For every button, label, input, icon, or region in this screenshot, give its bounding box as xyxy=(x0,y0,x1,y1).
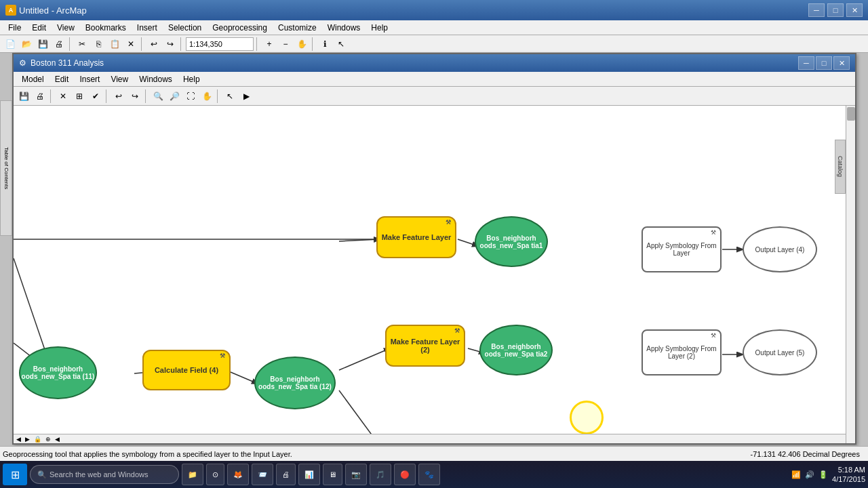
menu-view[interactable]: View xyxy=(52,22,80,34)
new-button[interactable]: 📄 xyxy=(3,37,18,52)
taskbar-search[interactable]: 🔍 Search the web and Windows xyxy=(30,465,179,484)
model-menu-windows[interactable]: Windows xyxy=(134,73,178,85)
node-bos11[interactable]: Bos_neighborh oods_new_Spa tia (11) xyxy=(19,346,97,399)
pan-button[interactable]: ✋ xyxy=(294,37,309,52)
model-validate-button[interactable]: ✔ xyxy=(88,89,103,104)
select-button[interactable]: ↖ xyxy=(334,37,349,52)
taskbar-app8[interactable]: 🐾 xyxy=(418,464,440,485)
model-menu-model[interactable]: Model xyxy=(16,73,50,85)
delete-button[interactable]: ✕ xyxy=(123,37,138,52)
undo-button[interactable]: ↩ xyxy=(146,37,161,52)
model-select-button[interactable]: ↖ xyxy=(222,89,237,104)
scrollbar-vertical[interactable] xyxy=(846,106,855,443)
search-icon: 🔍 xyxy=(37,470,47,479)
model-zoom-all-button[interactable]: ⛶ xyxy=(183,89,198,104)
model-save-button[interactable]: 💾 xyxy=(16,89,31,104)
node-bos1[interactable]: Bos_neighborh oods_new_Spa tia1 xyxy=(475,216,548,267)
taskbar-chrome[interactable]: ⊙ xyxy=(206,464,224,485)
model-icon: ⚙ xyxy=(19,58,26,68)
clock[interactable]: 5:18 AM 4/17/2015 xyxy=(832,465,865,485)
menu-customize[interactable]: Customize xyxy=(273,22,322,34)
model-redo-button[interactable]: ↪ xyxy=(127,89,142,104)
model-minimize-button[interactable]: ─ xyxy=(798,56,814,70)
status-message: Geoprocessing tool that applies the symb… xyxy=(3,450,292,458)
taskbar-app7[interactable]: 🔴 xyxy=(394,464,416,485)
model-sep-3 xyxy=(145,89,148,103)
scrollbar-horizontal[interactable]: ◀ ▶ 🔒 ⊕ ◀ xyxy=(14,434,846,443)
maximize-button[interactable]: □ xyxy=(827,3,844,17)
app2-icon: 🖨 xyxy=(282,470,290,479)
scroll-zoom-btn[interactable]: ⊕ xyxy=(44,436,52,443)
model-menu-view[interactable]: View xyxy=(105,73,134,85)
node-apply-symbology-2[interactable]: Apply Symbology From Layer (2) ⚒ xyxy=(642,329,722,375)
taskbar-app3[interactable]: 📊 xyxy=(298,464,320,485)
menu-windows[interactable]: Windows xyxy=(322,22,366,34)
model-zoom-out-button[interactable]: 🔎 xyxy=(167,89,182,104)
open-button[interactable]: 📂 xyxy=(19,37,34,52)
model-pan-button[interactable]: ✋ xyxy=(199,89,214,104)
model-close-button[interactable]: ✕ xyxy=(833,56,850,70)
print-button[interactable]: 🖨 xyxy=(52,37,66,52)
node-bos12[interactable]: Bos_neighborh oods_new_Spa tia (12) xyxy=(254,357,336,409)
node-output-layer-1[interactable]: Output Layer (4) xyxy=(743,226,817,272)
save-button[interactable]: 💾 xyxy=(35,37,50,52)
zoom-in-button[interactable]: + xyxy=(262,37,277,52)
redo-button[interactable]: ↪ xyxy=(163,37,178,52)
taskbar-app6[interactable]: 🎵 xyxy=(370,464,391,485)
menu-edit[interactable]: Edit xyxy=(26,22,52,34)
taskbar-file-explorer[interactable]: 📁 xyxy=(182,464,203,485)
taskbar-app4[interactable]: 🖥 xyxy=(323,464,342,485)
model-maximize-button[interactable]: □ xyxy=(816,56,832,70)
menu-selection[interactable]: Selection xyxy=(163,22,207,34)
menu-bookmarks[interactable]: Bookmarks xyxy=(80,22,132,34)
model-menu-help[interactable]: Help xyxy=(178,73,205,85)
close-button[interactable]: ✕ xyxy=(846,3,863,17)
node-apply-symbology-1[interactable]: Apply Symbology From Layer ⚒ xyxy=(642,226,722,272)
taskbar-app5[interactable]: 📷 xyxy=(345,464,367,485)
scroll-end-btn[interactable]: ◀ xyxy=(54,436,61,443)
start-button[interactable]: ⊞ xyxy=(3,464,27,485)
copy-button[interactable]: ⎘ xyxy=(91,37,106,52)
node-make-feature-1[interactable]: Make Feature Layer ⚒ xyxy=(376,216,456,258)
model-menu-insert[interactable]: Insert xyxy=(74,73,105,85)
toolbar-sep-3 xyxy=(180,37,183,51)
scroll-left-btn[interactable]: ◀ xyxy=(15,436,22,443)
model-undo-button[interactable]: ↩ xyxy=(111,89,126,104)
node-calculate-field[interactable]: Calculate Field (4) ⚒ xyxy=(142,350,231,390)
model-run-button[interactable]: ▶ xyxy=(239,89,254,104)
date-display: 4/17/2015 xyxy=(832,474,865,484)
taskbar-app1[interactable]: 📨 xyxy=(252,464,273,485)
minimize-button[interactable]: ─ xyxy=(808,3,825,17)
cut-button[interactable]: ✂ xyxy=(75,37,90,52)
paste-button[interactable]: 📋 xyxy=(107,37,122,52)
menu-help[interactable]: Help xyxy=(366,22,393,34)
model-arrange-button[interactable]: ⊞ xyxy=(72,89,87,104)
menu-geoprocessing[interactable]: Geoprocessing xyxy=(207,22,273,34)
menu-file[interactable]: File xyxy=(3,22,26,34)
model-title-bar: ⚙ Boston 311 Analysis ─ □ ✕ xyxy=(14,54,855,72)
window-controls: ─ □ ✕ xyxy=(808,3,863,17)
model-menu-edit[interactable]: Edit xyxy=(50,73,75,85)
app7-icon: 🔴 xyxy=(400,470,410,479)
menu-insert[interactable]: Insert xyxy=(132,22,163,34)
taskbar-firefox[interactable]: 🦊 xyxy=(227,464,249,485)
model-delete-button[interactable]: ✕ xyxy=(56,89,71,104)
arcmap-title: Untitled - ArcMap xyxy=(19,5,87,16)
status-coords: -71.131 42.406 Decimal Degrees xyxy=(751,450,865,458)
side-panel-left: Table of Contents xyxy=(0,100,12,236)
catalog-tab[interactable]: Catalog xyxy=(835,140,846,194)
scale-input[interactable] xyxy=(186,37,254,51)
taskbar-app2[interactable]: 🖨 xyxy=(276,464,296,485)
node-bos2[interactable]: Bos_neighborh oods_new_Spa tia2 xyxy=(479,325,553,375)
model-print-button[interactable]: 🖨 xyxy=(33,89,47,104)
identify-button[interactable]: ℹ xyxy=(317,37,332,52)
zoom-out-button[interactable]: − xyxy=(278,37,293,52)
scroll-right-btn[interactable]: ▶ xyxy=(24,436,31,443)
calc-field-label: Calculate Field (4) xyxy=(155,366,218,374)
model-zoom-in-button[interactable]: 🔍 xyxy=(151,89,165,104)
node-output-layer-2[interactable]: Output Layer (5) xyxy=(743,329,817,375)
scroll-lock-btn[interactable]: 🔒 xyxy=(33,436,43,443)
model-canvas[interactable]: Bos_neighborh oods_new_Spa tia (11) Calc… xyxy=(14,106,855,443)
firefox-icon: 🦊 xyxy=(233,470,243,479)
node-make-feature-2[interactable]: Make Feature Layer (2) ⚒ xyxy=(385,325,465,367)
